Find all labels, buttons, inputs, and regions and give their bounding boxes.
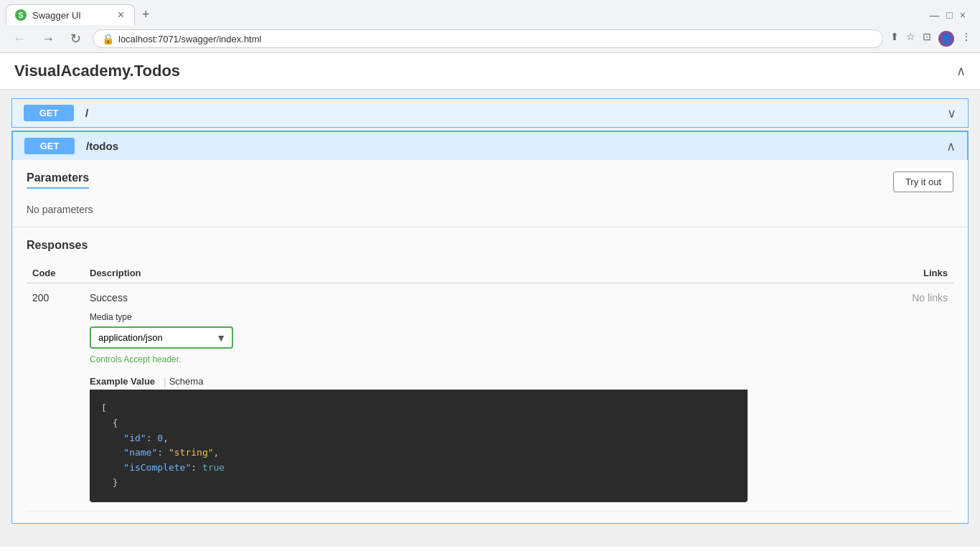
col-code: Code	[27, 263, 84, 283]
swagger-header: VisualAcademy.Todos ∧	[0, 53, 980, 90]
endpoint-row-root[interactable]: GET / ∨	[11, 98, 969, 128]
responses-section: Responses Code Description Links 200	[12, 227, 968, 523]
browser-chrome: S Swagger UI × + — □ × ← → ↻ 🔒 localhost…	[0, 0, 980, 53]
customize-icon[interactable]: ⊡	[923, 31, 931, 47]
swagger-page: VisualAcademy.Todos ∧ GET / ∨ GET /todos…	[0, 53, 980, 547]
json-open-bracket: [	[101, 402, 107, 413]
address-input[interactable]: 🔒 localhost:7071/swagger/index.html	[93, 29, 883, 48]
json-id-line: "id": 0,	[101, 433, 169, 443]
media-type-label: Media type	[90, 312, 748, 322]
nav-back-button[interactable]: ←	[9, 30, 30, 48]
get-method-badge-root: GET	[24, 105, 74, 121]
browser-tab-active[interactable]: S Swagger UI ×	[6, 4, 135, 25]
parameters-section: Parameters Try it out No parameters	[12, 160, 968, 227]
json-close-brace: }	[101, 477, 118, 488]
browser-toolbar-icons: ⬆ ☆ ⊡ 👤 ⋮	[890, 31, 971, 47]
new-tab-button[interactable]: +	[135, 4, 157, 25]
json-open-brace: {	[101, 418, 118, 428]
window-minimize-button[interactable]: —	[929, 9, 939, 21]
share-icon[interactable]: ⬆	[890, 31, 899, 47]
example-tabs: Example Value | Schema	[90, 373, 748, 390]
nav-reload-button[interactable]: ↻	[66, 29, 85, 48]
url-text: localhost:7071/swagger/index.html	[118, 34, 874, 44]
code-block: [ { "id": 0, "name": "string", "isComple…	[90, 390, 748, 502]
tab-close-button[interactable]: ×	[116, 9, 126, 21]
json-iscomplete-line: "isComplete": true	[101, 462, 225, 473]
nav-forward-button[interactable]: →	[37, 30, 59, 48]
tab-favicon: S	[15, 9, 27, 21]
window-maximize-button[interactable]: □	[946, 9, 952, 21]
example-value-tab[interactable]: Example Value	[90, 373, 161, 390]
endpoint-toggle-root: ∨	[947, 105, 956, 121]
swagger-collapse-button[interactable]: ∧	[956, 63, 966, 79]
col-description: Description	[84, 263, 753, 283]
media-type-select[interactable]: application/json	[90, 326, 233, 349]
response-code: 200	[27, 283, 84, 512]
parameters-header: Parameters Try it out	[27, 171, 953, 192]
tab-title: Swagger UI	[32, 10, 110, 21]
success-text: Success	[90, 292, 748, 303]
endpoint-panel-todos: Parameters Try it out No parameters Resp…	[11, 160, 969, 524]
responses-table-head: Code Description Links	[27, 263, 953, 283]
response-description: Success Media type application/json ▼ Co…	[84, 283, 753, 512]
swagger-title: VisualAcademy.Todos	[14, 62, 180, 80]
endpoint-path-todos: /todos	[86, 140, 946, 152]
endpoint-toggle-todos: ∧	[946, 138, 956, 154]
json-name-line: "name": "string",	[101, 447, 219, 458]
try-it-out-button[interactable]: Try it out	[893, 171, 953, 192]
endpoint-row-todos[interactable]: GET /todos ∧	[11, 131, 969, 160]
endpoint-path-root: /	[85, 107, 947, 119]
window-close-button[interactable]: ×	[960, 9, 966, 21]
bookmark-icon[interactable]: ☆	[906, 31, 915, 47]
responses-title: Responses	[27, 239, 953, 252]
response-links: No links	[753, 283, 953, 512]
get-method-badge-todos: GET	[24, 138, 75, 154]
no-parameters-text: No parameters	[27, 204, 953, 215]
media-type-select-wrapper: application/json ▼	[90, 326, 233, 349]
table-row: 200 Success Media type application/json …	[27, 283, 953, 512]
col-links: Links	[753, 263, 953, 283]
menu-icon[interactable]: ⋮	[961, 31, 971, 47]
controls-hint: Controls Accept header.	[90, 354, 748, 364]
tab-divider: |	[164, 376, 166, 387]
responses-table: Code Description Links 200 Success Media…	[27, 263, 953, 512]
profile-icon[interactable]: 👤	[938, 31, 954, 47]
lock-icon: 🔒	[102, 33, 114, 44]
schema-tab[interactable]: Schema	[169, 373, 209, 390]
parameters-title: Parameters	[27, 171, 89, 189]
address-bar: ← → ↻ 🔒 localhost:7071/swagger/index.htm…	[0, 25, 980, 52]
